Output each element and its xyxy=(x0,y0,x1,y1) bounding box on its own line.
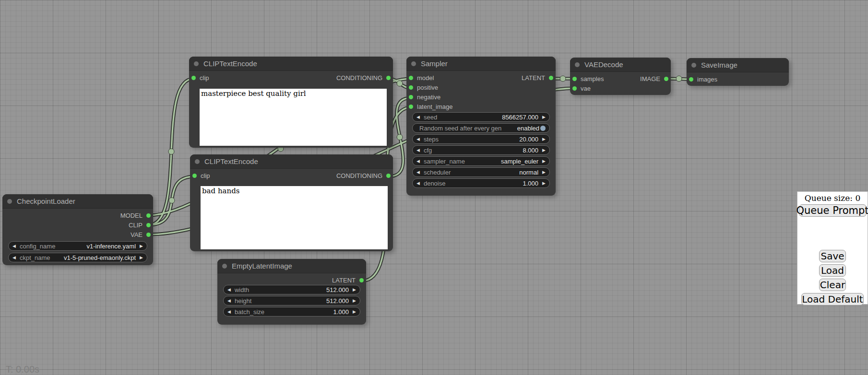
output-slot-image[interactable]: IMAGE xyxy=(640,75,668,82)
ckpt-name-widget[interactable]: ◀ ckpt_name v1-5-pruned-emaonly.ckpt ▶ xyxy=(8,253,147,262)
load-default-button[interactable]: Load Default xyxy=(801,293,864,305)
increment-arrow-icon[interactable]: ▶ xyxy=(542,115,546,119)
node-header[interactable]: VAEDecode xyxy=(570,58,671,72)
input-dot-icon[interactable] xyxy=(191,76,196,80)
decrement-arrow-icon[interactable]: ◀ xyxy=(416,148,420,152)
batch-size-widget[interactable]: ◀ batch_size 1.000 ▶ xyxy=(223,307,360,316)
queue-prompt-button[interactable]: Queue Prompt xyxy=(799,204,867,217)
collapse-dot-icon[interactable] xyxy=(222,264,227,269)
increment-arrow-icon[interactable]: ▶ xyxy=(353,288,356,292)
decrement-arrow-icon[interactable]: ◀ xyxy=(227,299,231,303)
output-dot-icon[interactable] xyxy=(386,174,391,178)
increment-arrow-icon[interactable]: ▶ xyxy=(353,299,356,303)
decrement-arrow-icon[interactable]: ◀ xyxy=(416,115,420,119)
node-empty-latent-image[interactable]: EmptyLatentImage LATENT ◀ width 512.000 … xyxy=(217,259,366,325)
input-slot-clip[interactable]: clip xyxy=(192,172,210,179)
output-slot-vae[interactable]: VAE xyxy=(2,230,153,239)
node-sampler[interactable]: Sampler model LATENT positive negative xyxy=(406,57,556,196)
input-slot-positive[interactable]: positive xyxy=(406,82,556,92)
node-graph-canvas[interactable]: CheckpointLoader MODEL CLIP VAE ◀ config… xyxy=(0,0,868,375)
cfg-widget[interactable]: ◀ cfg 8.000 ▶ xyxy=(412,145,550,155)
increment-arrow-icon[interactable]: ▶ xyxy=(140,244,143,248)
decrement-arrow-icon[interactable]: ◀ xyxy=(12,244,16,248)
load-button[interactable]: Load xyxy=(819,264,846,277)
input-slot-latent-image[interactable]: latent_image xyxy=(406,102,556,111)
seed-widget[interactable]: ◀ seed 8566257.000 ▶ xyxy=(412,112,550,122)
output-slot-conditioning[interactable]: CONDITIONING xyxy=(336,172,391,179)
collapse-dot-icon[interactable] xyxy=(411,61,416,66)
input-dot-icon[interactable] xyxy=(409,76,413,80)
clear-button[interactable]: Clear xyxy=(819,279,846,291)
width-widget[interactable]: ◀ width 512.000 ▶ xyxy=(223,285,360,294)
output-dot-icon[interactable] xyxy=(146,223,151,227)
steps-widget[interactable]: ◀ steps 20.000 ▶ xyxy=(412,134,550,144)
node-header[interactable]: CLIPTextEncode xyxy=(189,57,393,71)
decrement-arrow-icon[interactable]: ◀ xyxy=(416,181,420,186)
scheduler-widget[interactable]: ◀ scheduler normal ▶ xyxy=(412,167,550,177)
node-clip-text-encode-positive[interactable]: CLIPTextEncode clip CONDITIONING masterp… xyxy=(189,57,393,148)
node-header[interactable]: SaveImage xyxy=(687,58,789,72)
increment-arrow-icon[interactable]: ▶ xyxy=(542,159,546,164)
collapse-dot-icon[interactable] xyxy=(194,61,199,66)
node-vae-decode[interactable]: VAEDecode samples IMAGE vae xyxy=(570,58,671,95)
decrement-arrow-icon[interactable]: ◀ xyxy=(227,310,231,314)
node-clip-text-encode-negative[interactable]: CLIPTextEncode clip CONDITIONING bad han… xyxy=(190,154,393,251)
input-slot-clip[interactable]: clip xyxy=(191,74,209,82)
collapse-dot-icon[interactable] xyxy=(7,199,12,204)
node-header[interactable]: EmptyLatentImage xyxy=(217,259,366,273)
node-header[interactable]: CLIPTextEncode xyxy=(190,154,393,169)
input-dot-icon[interactable] xyxy=(572,77,577,81)
output-dot-icon[interactable] xyxy=(386,76,391,80)
input-dot-icon[interactable] xyxy=(572,86,577,91)
input-dot-icon[interactable] xyxy=(409,95,413,99)
output-slot-model[interactable]: MODEL xyxy=(2,211,153,220)
decrement-arrow-icon[interactable]: ◀ xyxy=(227,288,231,292)
node-checkpoint-loader[interactable]: CheckpointLoader MODEL CLIP VAE ◀ config… xyxy=(2,194,153,265)
input-slot-model[interactable]: model xyxy=(409,74,434,82)
increment-arrow-icon[interactable]: ▶ xyxy=(140,256,143,260)
output-dot-icon[interactable] xyxy=(664,77,668,81)
node-title: CLIPTextEncode xyxy=(203,59,257,68)
input-dot-icon[interactable] xyxy=(689,77,693,82)
increment-arrow-icon[interactable]: ▶ xyxy=(542,137,546,141)
output-dot-icon[interactable] xyxy=(549,76,553,80)
collapse-dot-icon[interactable] xyxy=(691,63,696,68)
collapse-dot-icon[interactable] xyxy=(195,159,200,164)
positive-prompt-textarea[interactable]: masterpiece best quality girl xyxy=(200,89,387,146)
increment-arrow-icon[interactable]: ▶ xyxy=(353,310,356,314)
increment-arrow-icon[interactable]: ▶ xyxy=(542,170,546,175)
input-dot-icon[interactable] xyxy=(192,174,197,178)
input-slot-negative[interactable]: negative xyxy=(406,92,556,102)
increment-arrow-icon[interactable]: ▶ xyxy=(542,148,546,152)
output-slot-latent[interactable]: LATENT xyxy=(522,74,553,82)
sampler-name-widget[interactable]: ◀ sampler_name sample_euler ▶ xyxy=(412,156,550,166)
decrement-arrow-icon[interactable]: ◀ xyxy=(12,256,16,260)
output-dot-icon[interactable] xyxy=(359,278,364,282)
node-header[interactable]: Sampler xyxy=(406,57,556,71)
output-dot-icon[interactable] xyxy=(146,233,151,237)
input-slot-vae[interactable]: vae xyxy=(570,83,671,93)
increment-arrow-icon[interactable]: ▶ xyxy=(542,181,546,186)
node-header[interactable]: CheckpointLoader xyxy=(2,194,153,209)
decrement-arrow-icon[interactable]: ◀ xyxy=(416,137,420,141)
negative-prompt-textarea[interactable]: bad hands xyxy=(201,186,388,249)
node-title: CheckpointLoader xyxy=(17,197,75,205)
output-dot-icon[interactable] xyxy=(146,213,151,218)
random-seed-toggle[interactable]: Random seed after every gen enabled xyxy=(412,123,550,133)
output-slot-latent[interactable]: LATENT xyxy=(217,275,366,285)
collapse-dot-icon[interactable] xyxy=(575,62,580,67)
toggle-dot-icon[interactable] xyxy=(540,126,546,131)
output-slot-conditioning[interactable]: CONDITIONING xyxy=(336,74,391,82)
input-dot-icon[interactable] xyxy=(409,85,413,90)
input-slot-images[interactable]: images xyxy=(687,74,789,84)
config-name-widget[interactable]: ◀ config_name v1-inference.yaml ▶ xyxy=(8,241,147,251)
save-button[interactable]: Save xyxy=(819,250,846,262)
denoise-widget[interactable]: ◀ denoise 1.000 ▶ xyxy=(412,178,550,188)
decrement-arrow-icon[interactable]: ◀ xyxy=(416,159,420,164)
node-save-image[interactable]: SaveImage images xyxy=(687,58,789,86)
input-dot-icon[interactable] xyxy=(409,105,413,109)
input-slot-samples[interactable]: samples xyxy=(572,75,604,82)
decrement-arrow-icon[interactable]: ◀ xyxy=(416,170,420,175)
height-widget[interactable]: ◀ height 512.000 ▶ xyxy=(223,296,360,305)
output-slot-clip[interactable]: CLIP xyxy=(2,220,153,230)
